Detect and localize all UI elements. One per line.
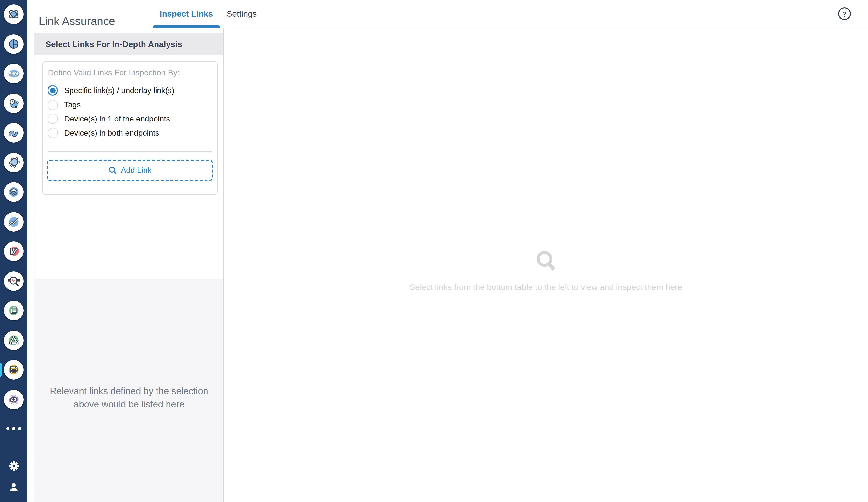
segmented-circle-icon [4, 34, 23, 54]
sidebar-app-books[interactable] [0, 241, 28, 261]
sidebar-app-link-assurance[interactable] [0, 360, 28, 379]
ellipsis-icon [7, 427, 9, 430]
pulse-magnifier-icon [4, 271, 23, 291]
links-grid-icon [4, 360, 23, 379]
shql-badge-icon: SHQL [4, 64, 23, 83]
sidebar-app-atom[interactable] [0, 4, 28, 24]
sidebar-app-shql[interactable]: SHQL [0, 64, 28, 83]
card-divider [48, 151, 212, 152]
link-selection-panel: Select Links For In-Depth Analysis Defin… [34, 33, 224, 502]
relevant-links-placeholder: Relevant links defined by the selection … [43, 385, 215, 411]
sidebar-more-button[interactable] [0, 427, 28, 430]
user-icon [7, 481, 20, 494]
radio-button[interactable] [48, 128, 58, 138]
define-links-card: Define Valid Links For Inspection By: Sp… [42, 61, 218, 195]
help-icon[interactable]: ? [838, 7, 851, 20]
radio-devices-one-endpoint[interactable]: Device(s) in 1 of the endpoints [48, 114, 170, 124]
relevant-links-section: Relevant links defined by the selection … [34, 279, 224, 502]
polygon-graph-icon [4, 153, 23, 172]
gear-icon [7, 459, 20, 473]
sidebar-user-button[interactable] [0, 481, 28, 494]
tab-inspect-links[interactable]: Inspect Links [153, 0, 220, 28]
panel-header: Select Links For In-Depth Analysis [34, 33, 224, 55]
radio-button-selected[interactable] [48, 85, 58, 95]
radio-button[interactable] [48, 114, 58, 124]
tab-settings[interactable]: Settings [220, 0, 264, 28]
add-link-button[interactable]: Add Link [47, 160, 213, 181]
trend-line-icon [4, 212, 23, 231]
top-bar: Link Assurance Inspect Links Settings ? [28, 0, 868, 29]
sidebar-app-triangle-network[interactable] [0, 330, 28, 350]
radio-button[interactable] [48, 100, 58, 110]
empty-state-message: Select links from the bottom table to th… [410, 283, 682, 292]
sidebar-app-segmented-circle[interactable] [0, 34, 28, 54]
documents-icon [4, 301, 23, 320]
atom-orbit-icon [4, 4, 23, 24]
sidebar-app-new[interactable] [0, 390, 28, 409]
search-icon [108, 166, 117, 175]
sidebar-app-layers[interactable] [0, 182, 28, 202]
app-window: SHQL [0, 0, 868, 502]
sidebar-settings-button[interactable] [0, 459, 28, 473]
radio-devices-both-endpoints[interactable]: Device(s) in both endpoints [48, 128, 159, 138]
path-tube-icon [4, 123, 23, 143]
sidebar-app-pulse-inspect[interactable] [0, 271, 28, 291]
panel-body: Define Valid Links For Inspection By: Sp… [34, 55, 224, 279]
page-title: Link Assurance [39, 8, 115, 35]
sidebar-app-globe-clock[interactable] [0, 93, 28, 113]
search-icon [535, 250, 557, 274]
sidebar-app-path[interactable] [0, 123, 28, 143]
panel-main-divider [223, 28, 224, 502]
globe-clock-icon [4, 93, 23, 113]
sidebar-app-trend[interactable] [0, 212, 28, 231]
falling-books-icon [4, 241, 23, 261]
layers-icon [4, 182, 23, 202]
sidebar-app-list: SHQL [0, 0, 28, 409]
inspection-main-area: Select links from the bottom table to th… [224, 29, 868, 502]
radio-tags[interactable]: Tags [48, 100, 81, 110]
radio-specific-links[interactable]: Specific link(s) / underlay link(s) [48, 85, 174, 95]
triangle-network-icon [4, 330, 23, 350]
tab-bar: Inspect Links Settings [153, 0, 264, 28]
swirl-plus-icon [4, 390, 23, 409]
empty-state: Select links from the bottom table to th… [410, 250, 682, 292]
sidebar-app-polygon-graph[interactable] [0, 153, 28, 172]
sidebar-app-reports[interactable] [0, 301, 28, 320]
define-by-label: Define Valid Links For Inspection By: [48, 68, 179, 77]
app-sidebar: SHQL [0, 0, 28, 502]
svg-text:SHQL: SHQL [8, 72, 19, 76]
